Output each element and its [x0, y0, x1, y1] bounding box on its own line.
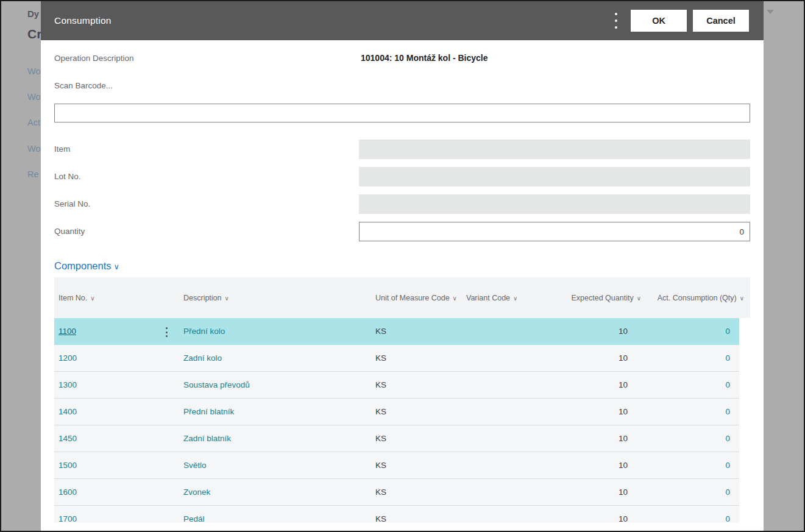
act-consumption-link[interactable]: 0	[725, 407, 730, 416]
table-row[interactable]: 1500SvětloKS100	[54, 452, 739, 479]
background-link-fragment: Wo	[27, 66, 41, 76]
item-no-link[interactable]: 1450	[59, 434, 77, 443]
scan-barcode-input[interactable]	[54, 104, 750, 122]
sort-chevron-icon: ∨	[225, 295, 229, 302]
operation-description-label: Operation Description	[54, 54, 134, 63]
column-header-label: Description	[183, 294, 222, 303]
cell-act-consumption: 0	[646, 425, 739, 452]
description-link[interactable]: Přední kolo	[183, 327, 225, 336]
uom-value: KS	[375, 514, 386, 523]
table-row[interactable]: 1700PedálKS100	[54, 506, 739, 523]
cell-act-consumption: 0	[646, 372, 739, 398]
dropdown-caret-icon	[767, 10, 774, 14]
table-row[interactable]: 1600ZvonekKS100	[54, 479, 739, 506]
act-consumption-link[interactable]: 0	[725, 327, 730, 336]
table-row[interactable]: 1450Zadní blatníkKS100	[54, 425, 739, 452]
dialog-header: Consumption OK Cancel	[41, 1, 764, 40]
ok-button[interactable]: OK	[631, 10, 687, 32]
serial-no-field-disabled	[359, 194, 750, 214]
column-header-desc[interactable]: Description∨	[179, 277, 371, 318]
background-link-fragment: Act	[27, 118, 40, 127]
table-row[interactable]: 1300Soustava převodůKS100	[54, 372, 739, 399]
background-app-name: Dy	[27, 9, 39, 19]
column-header-variant[interactable]: Variant Code∨	[461, 277, 560, 318]
cell-item-no: 1300	[54, 372, 179, 398]
uom-value: KS	[375, 407, 386, 416]
expected-qty-value: 10	[619, 461, 628, 470]
description-link[interactable]: Zvonek	[183, 488, 210, 497]
cell-variant-code	[461, 318, 560, 344]
item-no-link[interactable]: 1700	[59, 514, 77, 523]
cell-item-no: 1100	[54, 318, 179, 344]
item-no-link[interactable]: 1300	[59, 380, 77, 389]
item-no-link[interactable]: 1600	[59, 488, 77, 497]
uom-value: KS	[375, 488, 386, 497]
description-link[interactable]: Zadní kolo	[183, 353, 222, 363]
description-link[interactable]: Zadní blatník	[183, 434, 231, 443]
expected-qty-value: 10	[619, 488, 628, 497]
act-consumption-link[interactable]: 0	[725, 353, 730, 363]
cell-uom: KS	[371, 506, 461, 523]
item-no-link[interactable]: 1500	[59, 461, 77, 470]
cell-act-consumption: 0	[646, 345, 739, 371]
table-row[interactable]: 1100Přední koloKS100	[54, 318, 739, 345]
column-header-uom[interactable]: Unit of Measure Code ∨	[371, 277, 461, 318]
more-options-icon[interactable]	[611, 9, 625, 32]
components-section-toggle[interactable]: Components∨	[54, 260, 119, 272]
item-no-link[interactable]: 1200	[59, 353, 77, 363]
screen: Dy Cr WoWoActWoRe Consumption OK Cancel …	[0, 0, 805, 532]
expected-qty-value: 10	[619, 353, 628, 363]
cell-item-no: 1400	[54, 399, 179, 425]
cell-expected-quantity: 10	[560, 479, 646, 505]
act-consumption-link[interactable]: 0	[725, 461, 730, 470]
cell-item-no: 1700	[54, 506, 179, 523]
act-consumption-link[interactable]: 0	[725, 514, 730, 523]
act-consumption-link[interactable]: 0	[725, 434, 730, 443]
cell-item-no: 1600	[54, 479, 179, 505]
expected-qty-value: 10	[619, 407, 628, 416]
cell-variant-code	[461, 372, 560, 398]
table-row[interactable]: 1400Přední blatníkKS100	[54, 399, 739, 425]
description-link[interactable]: Pedál	[183, 514, 205, 523]
expected-qty-value: 10	[619, 514, 628, 523]
background-link-fragment: Wo	[27, 144, 41, 154]
uom-value: KS	[375, 327, 386, 336]
cell-description: Zadní kolo	[179, 345, 371, 371]
description-link[interactable]: Přední blatník	[183, 407, 234, 416]
uom-value: KS	[375, 434, 386, 443]
dialog-body: Operation Description 101004: 10 Montáž …	[41, 40, 764, 531]
cell-variant-code	[461, 506, 560, 523]
cancel-button[interactable]: Cancel	[693, 10, 749, 32]
column-header-label: Expected Quantity	[572, 294, 634, 303]
table-row[interactable]: 1200Zadní koloKS100	[54, 345, 739, 372]
row-more-options-icon[interactable]	[165, 326, 169, 338]
description-link[interactable]: Světlo	[183, 461, 207, 470]
description-link[interactable]: Soustava převodů	[183, 380, 250, 389]
column-header-exp[interactable]: Expected Quantity∨	[560, 277, 646, 318]
cell-expected-quantity: 10	[560, 318, 646, 344]
cell-description: Soustava převodů	[179, 372, 371, 398]
act-consumption-link[interactable]: 0	[725, 380, 730, 389]
column-header-label: Variant Code	[466, 294, 510, 303]
components-section-label: Components	[54, 260, 112, 271]
quantity-input[interactable]	[359, 222, 750, 241]
cell-description: Zvonek	[179, 479, 371, 505]
column-header-act[interactable]: Act. Consumption (Qty)∨	[646, 277, 750, 318]
expected-qty-value: 10	[619, 380, 628, 389]
background-link-fragment: Wo	[27, 92, 41, 102]
cell-uom: KS	[371, 479, 461, 505]
cell-uom: KS	[371, 345, 461, 371]
serial-no-label: Serial No.	[54, 199, 90, 208]
cell-expected-quantity: 10	[560, 399, 646, 425]
background-page-title: Cr	[27, 27, 41, 41]
cell-variant-code	[461, 425, 560, 452]
item-no-link[interactable]: 1100	[59, 327, 76, 336]
table-header-row: Item No.∨Description∨Unit of Measure Cod…	[54, 277, 750, 318]
cell-item-no: 1450	[54, 425, 179, 452]
dialog-header-actions: OK Cancel	[611, 1, 749, 40]
cell-act-consumption: 0	[646, 399, 739, 425]
act-consumption-link[interactable]: 0	[725, 488, 730, 497]
cell-variant-code	[461, 452, 560, 478]
item-no-link[interactable]: 1400	[59, 407, 77, 416]
column-header-item[interactable]: Item No.∨	[54, 277, 179, 318]
